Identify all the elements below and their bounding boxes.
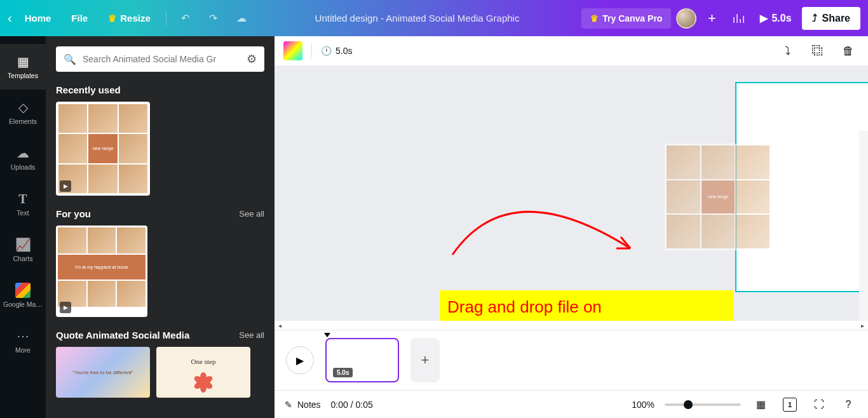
rail-elements[interactable]: ◇Elements: [0, 90, 46, 135]
context-toolbar: 🕐5.0s ⤵ ⿻ 🗑: [275, 36, 868, 65]
insights-icon[interactable]: [727, 7, 750, 30]
rail-charts[interactable]: 📈Charts: [0, 227, 46, 273]
see-all-link[interactable]: See all: [239, 330, 264, 340]
undo-icon[interactable]: ↶: [174, 7, 197, 30]
separator: [166, 11, 166, 26]
bottom-bar: ✎Notes 0:00 / 0:05 100% ▦ 1 ⛶ ?: [275, 390, 868, 418]
frame-duration-badge: 5.0s: [333, 368, 353, 377]
import-icon[interactable]: ⤵: [776, 40, 798, 62]
canvas-area: 🕐5.0s ⤵ ⿻ 🗑 ⟳ new range Drag and drop fi…: [275, 36, 868, 418]
zoom-slider[interactable]: [665, 403, 741, 406]
redo-icon[interactable]: ↷: [202, 7, 225, 30]
top-toolbar: ‹ Home File ♛Resize ↶ ↷ ☁ Untitled desig…: [0, 0, 868, 36]
zoom-thumb[interactable]: [684, 400, 693, 409]
side-rail: ▦Templates ◇Elements ☁Uploads TText 📈Cha…: [0, 36, 46, 418]
cloud-sync-icon[interactable]: ☁: [230, 7, 253, 30]
templates-panel: 🔍 ⚙ Recently used new range ▶ For youSee…: [46, 36, 275, 418]
file-button[interactable]: File: [64, 8, 95, 29]
template-thumb[interactable]: One step: [156, 347, 250, 398]
gmaps-icon: [15, 283, 31, 298]
crown-icon: ♛: [108, 13, 116, 24]
timeline-frame[interactable]: 5.0s: [325, 338, 399, 382]
elements-icon: ◇: [18, 100, 28, 115]
timeline: ▶ 5.0s +: [275, 330, 868, 390]
playhead-icon[interactable]: [324, 333, 330, 337]
add-member-button[interactable]: +: [702, 8, 722, 29]
try-pro-button[interactable]: ♛Try Canva Pro: [581, 8, 671, 29]
rail-uploads[interactable]: ☁Uploads: [0, 135, 46, 181]
page-indicator[interactable]: 1: [780, 395, 799, 414]
user-avatar[interactable]: [676, 8, 696, 29]
vertical-scrollbar[interactable]: [859, 131, 868, 321]
rail-google-maps[interactable]: Google Ma…: [0, 273, 46, 318]
section-for-you: For you: [56, 208, 91, 219]
home-button[interactable]: Home: [17, 8, 59, 29]
play-badge-icon: ▶: [60, 302, 71, 313]
zoom-value[interactable]: 100%: [632, 400, 654, 410]
share-button[interactable]: ⤴Share: [802, 7, 860, 30]
section-recently-used: Recently used: [56, 84, 121, 95]
help-icon[interactable]: ?: [839, 395, 858, 414]
notes-icon: ✎: [285, 400, 292, 410]
rail-text[interactable]: TText: [0, 181, 46, 227]
play-icon: ▶: [760, 12, 768, 24]
duplicate-page-icon[interactable]: ⿻: [807, 40, 829, 62]
see-all-link[interactable]: See all: [239, 209, 264, 219]
templates-icon: ▦: [17, 54, 29, 69]
text-icon: T: [18, 192, 27, 206]
document-title[interactable]: Untitled design - Animated Social Media …: [258, 13, 577, 24]
charts-icon: 📈: [15, 237, 31, 252]
upload-icon: ⤴: [812, 13, 817, 24]
uploads-icon: ☁: [17, 145, 29, 161]
filter-icon[interactable]: ⚙: [247, 52, 257, 66]
duration-button[interactable]: 🕐5.0s: [321, 46, 352, 56]
search-input[interactable]: [83, 54, 240, 64]
grid-view-icon[interactable]: ▦: [751, 395, 770, 414]
search-icon: 🔍: [64, 53, 76, 65]
background-color-swatch[interactable]: [283, 41, 302, 60]
horizontal-scrollbar[interactable]: ◂▸: [275, 321, 868, 330]
clock-icon: 🕐: [321, 46, 332, 56]
section-quote: Quote Animated Social Media: [56, 330, 189, 340]
flower-icon: [194, 368, 213, 387]
timeline-play-button[interactable]: ▶: [286, 346, 314, 374]
annotation-arrow: [446, 159, 649, 287]
drag-ghost: new range: [665, 144, 771, 250]
resize-button[interactable]: ♛Resize: [100, 8, 158, 29]
template-thumb[interactable]: I'm at my happiest at home ▶: [56, 226, 147, 317]
back-icon[interactable]: ‹: [8, 11, 12, 25]
annotation-label: Drag and drop file on: [440, 290, 733, 321]
rail-templates[interactable]: ▦Templates: [0, 44, 46, 90]
fullscreen-icon[interactable]: ⛶: [810, 395, 829, 414]
workspace[interactable]: ⟳ new range Drag and drop file on: [275, 65, 868, 321]
search-input-wrapper: 🔍 ⚙: [56, 46, 264, 72]
add-page-button[interactable]: +: [410, 338, 440, 382]
play-badge-icon: ▶: [60, 180, 71, 192]
crown-icon: ♛: [590, 13, 599, 24]
template-thumb[interactable]: new range ▶: [56, 102, 150, 196]
preview-button[interactable]: ▶5.0s: [755, 12, 796, 24]
more-icon: ⋯: [17, 328, 29, 344]
notes-button[interactable]: ✎Notes: [285, 400, 321, 410]
time-display: 0:00 / 0:05: [331, 400, 373, 410]
template-thumb[interactable]: "You're free to be different": [56, 347, 150, 398]
delete-page-icon[interactable]: 🗑: [837, 40, 859, 62]
rail-more[interactable]: ⋯More: [0, 318, 46, 364]
